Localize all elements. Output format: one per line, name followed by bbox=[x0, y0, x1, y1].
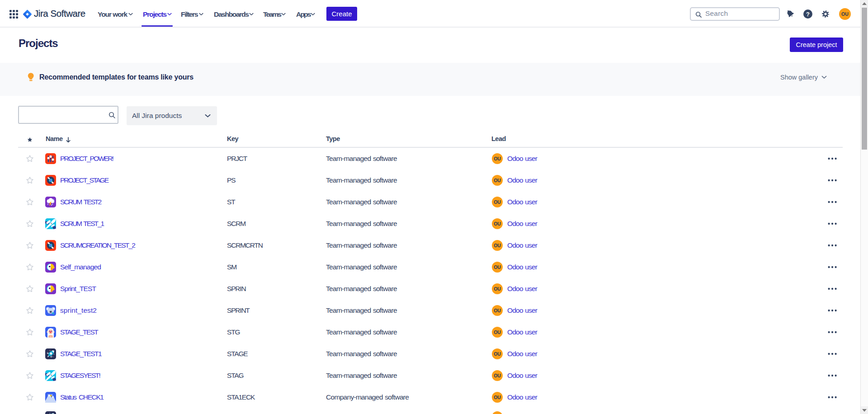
svg-text:?: ? bbox=[806, 11, 810, 18]
